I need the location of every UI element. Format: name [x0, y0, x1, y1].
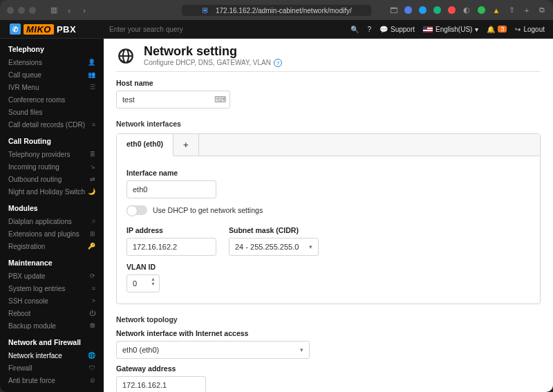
ext-icon-2[interactable] [404, 6, 412, 14]
tab-add[interactable]: + [174, 134, 199, 156]
ext-icon-8[interactable]: ▲ [492, 6, 500, 15]
notif-badge: 3 [498, 26, 507, 32]
sidebar-item-label: System log entries [8, 285, 65, 292]
subnet-label: Subnet mask (CIDR) [229, 226, 319, 234]
header-right: 🔍 ? 💬 Support English(US) ▾ 🔔 3 ↪ Logout [350, 26, 553, 33]
sidebar-item[interactable]: Night and Holiday Switch🌙 [0, 185, 104, 198]
sidebar-item[interactable]: Network interface🌐 [0, 349, 104, 362]
sidebar-item[interactable]: Outbound routing⇄ [0, 173, 104, 185]
flag-icon [423, 26, 433, 32]
page-subtitle: Configure DHCP, DNS, GATEWAY, VLAN? [144, 59, 282, 67]
nav-back-icon[interactable]: ‹ [65, 6, 73, 15]
hostname-label: Host name [116, 79, 541, 87]
sidebar-item[interactable]: PBX update⟳ [0, 270, 104, 282]
interface-body: Interface name Use DHCP to get network s… [117, 156, 540, 304]
app-window: ▥ ‹ › ⛨ 172.16.162.2/admin-cabinet/netwo… [0, 0, 553, 392]
url-text: 172.16.162.2/admin-cabinet/network/modif… [216, 7, 352, 15]
help-icon[interactable]: ? [367, 26, 371, 33]
globe-icon [116, 46, 135, 66]
sidebar-item[interactable]: Conference rooms [0, 93, 104, 106]
subnet-value: 24 - 255.255.255.0 [235, 243, 299, 251]
sidebar-item[interactable]: IVR Menu☰ [0, 81, 104, 93]
iface-name-input[interactable] [126, 180, 216, 198]
sidebar-item[interactable]: Reboot⏻ [0, 307, 104, 319]
ext-icon-7[interactable] [478, 6, 485, 14]
sidebar-item-label: Telephony providers [8, 151, 71, 158]
sidebar-item-label: Extensions [8, 59, 42, 66]
max-dot[interactable] [29, 7, 36, 14]
sidebar-item[interactable]: Extensions and plugins⊞ [0, 227, 104, 240]
sidebar-item[interactable]: System log entries≡ [0, 282, 104, 295]
topology-iface-label: Network interface with Internet access [116, 329, 541, 337]
url-bar[interactable]: ⛨ 172.16.162.2/admin-cabinet/network/mod… [182, 5, 371, 16]
sidebar-item[interactable]: Incoming routing↘ [0, 160, 104, 173]
logout-link[interactable]: ↪ Logout [515, 26, 545, 33]
sidebar-item-label: Outbound routing [8, 176, 62, 183]
tab-eth0[interactable]: eth0 (eth0) [117, 134, 174, 156]
chevron-down-icon: ▾ [300, 346, 303, 353]
notifications[interactable]: 🔔 3 [487, 26, 507, 33]
sidebar-item-label: Firewall [8, 364, 32, 372]
ext-icon-3[interactable] [419, 6, 427, 14]
stepper-arrows[interactable]: ▲▼ [151, 277, 156, 286]
sidebar-group-title: Call Routing [0, 131, 104, 148]
sidebar-item-icon: ≣ [90, 151, 95, 158]
topology-iface-dropdown[interactable]: eth0 (eth0)▾ [116, 341, 310, 359]
vlan-stepper[interactable]: ▲▼ [126, 274, 160, 292]
help-icon[interactable]: ? [274, 59, 282, 67]
topology-iface-value: eth0 (eth0) [122, 346, 159, 354]
gateway-label: Gateway address [116, 364, 541, 373]
page-title: Network setting [144, 44, 282, 59]
sidebar-item[interactable]: SSH console> [0, 295, 104, 307]
logout-label: Logout [523, 26, 545, 33]
subnet-dropdown[interactable]: 24 - 255.255.255.0▾ [229, 238, 319, 256]
sidebar-item[interactable]: Call queue👥 [0, 68, 104, 81]
share-icon[interactable]: ⇪ [507, 6, 516, 15]
tabs-icon[interactable]: ⧉ [538, 6, 546, 15]
gateway-input[interactable] [116, 376, 206, 392]
sidebar-item[interactable]: Call detail records (CDR)≡ [0, 118, 104, 131]
hostname-input[interactable] [116, 91, 230, 109]
sidebar-group-title: Network and Firewall [0, 332, 104, 349]
search-input[interactable]: Enter your search query [104, 26, 350, 33]
ext-icon-5[interactable] [448, 6, 456, 14]
ip-input[interactable] [126, 238, 216, 256]
sidebar-item[interactable]: Firewall🛡 [0, 362, 104, 374]
logo[interactable]: ✆ MIKOPBX [0, 24, 104, 35]
sidebar-item-icon: ⏻ [89, 310, 95, 317]
sidebar-item-icon: ↘ [90, 163, 95, 170]
sidebar-item[interactable]: Registration🔑 [0, 240, 104, 252]
window-controls[interactable] [0, 7, 36, 14]
lang-switch[interactable]: English(US) ▾ [423, 26, 478, 33]
nav-fwd-icon[interactable]: › [80, 6, 88, 15]
sidebar-toggle-icon[interactable]: ▥ [50, 6, 58, 15]
sidebar-item[interactable]: Backup module⛃ [0, 319, 104, 332]
ext-icon-6[interactable]: ◐ [462, 6, 471, 15]
app-body: TelephonyExtensions👤Call queue👥IVR Menu☰… [0, 39, 553, 392]
sidebar-item-icon: ⌗ [92, 218, 95, 225]
new-tab-icon[interactable]: + [523, 6, 531, 15]
min-dot[interactable] [18, 7, 25, 14]
ext-icon-1[interactable]: 🗔 [389, 6, 397, 15]
close-dot[interactable] [7, 7, 14, 14]
page-header: Network setting Configure DHCP, DNS, GAT… [116, 44, 541, 72]
support-link[interactable]: 💬 Support [379, 26, 415, 33]
sidebar-item-icon: ≡ [92, 285, 95, 292]
sidebar-group-title: Telephony [0, 39, 104, 56]
dhcp-toggle[interactable] [126, 205, 147, 215]
sidebar-item-icon: ⊞ [90, 230, 95, 237]
search-icon[interactable]: 🔍 [350, 26, 359, 33]
sidebar-item-icon: ☰ [90, 84, 95, 91]
sidebar-item[interactable]: Anti brute force⊘ [0, 374, 104, 386]
sidebar-item-label: Sound files [8, 109, 42, 116]
sidebar-item-label: Night and Holiday Switch [8, 188, 85, 196]
sidebar-item[interactable]: Telephony providers≣ [0, 148, 104, 160]
keyboard-icon[interactable]: ⌨ [214, 95, 226, 104]
sidebar-item-icon: ⇄ [90, 176, 95, 183]
ext-icon-4[interactable] [433, 6, 441, 14]
sidebar-item-label: Reboot [8, 310, 30, 317]
sidebar-item[interactable]: Sound files [0, 106, 104, 118]
sidebar-item[interactable]: Extensions👤 [0, 56, 104, 68]
titlebar-right-icons: 🗔 ◐ ▲ ⇪ + ⧉ [389, 6, 546, 15]
sidebar-item[interactable]: Dialplan applications⌗ [0, 215, 104, 227]
